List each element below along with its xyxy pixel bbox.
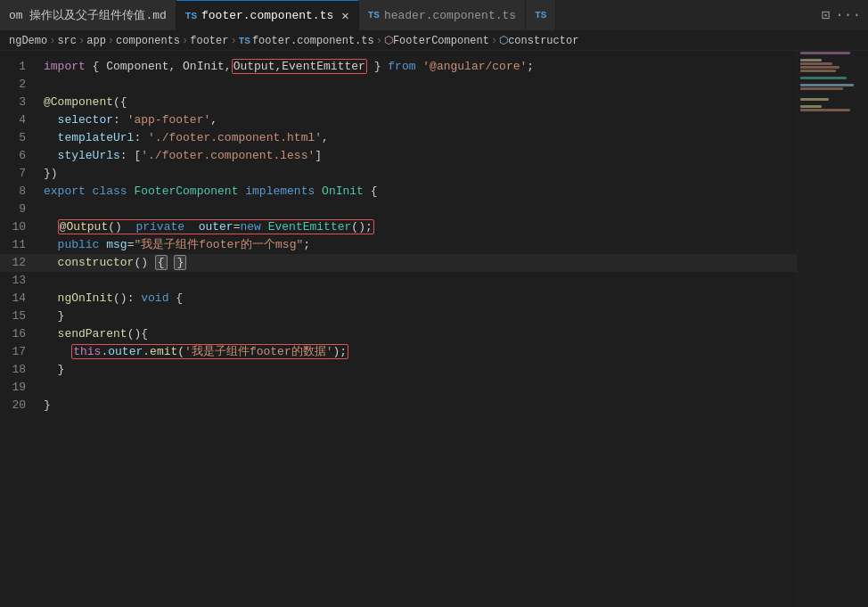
minimap-line-14 <box>800 98 829 101</box>
minimap-line-13 <box>800 94 807 97</box>
line-number-10: 10 <box>0 218 40 236</box>
breadcrumb-constructor-icon: ⬡ <box>499 34 508 47</box>
code-area[interactable]: 1 import { Component, OnInit,Output,Even… <box>0 51 797 607</box>
line-number-15: 15 <box>0 308 40 325</box>
breadcrumb-ts-icon: TS <box>239 36 250 46</box>
line-number-19: 19 <box>0 379 40 397</box>
tab-footer[interactable]: TS footer.component.ts ✕ <box>176 0 359 31</box>
line-number-8: 8 <box>0 183 40 201</box>
code-line-3: 3 @Component({ <box>0 94 797 111</box>
line-number-16: 16 <box>0 325 40 343</box>
line-content-14: ngOnInit(): void { <box>40 290 743 308</box>
breadcrumb-sep-2: › <box>78 35 85 47</box>
line-content-15: } <box>40 308 743 325</box>
minimap-line-6 <box>800 70 836 72</box>
code-line-7: 7 }) <box>0 165 797 183</box>
line-content-20: } <box>40 397 743 414</box>
app-container: om 操作以及父子组件传值.md TS footer.component.ts … <box>0 0 868 607</box>
code-line-10: 10 @Output() private outer=new EventEmit… <box>0 218 797 236</box>
ts-icon-extra: TS <box>535 10 546 21</box>
line-number-14: 14 <box>0 290 40 308</box>
code-line-1: 1 import { Component, OnInit,Output,Even… <box>0 58 797 76</box>
code-line-8: 8 export class FooterComponent implement… <box>0 183 797 201</box>
tab-md-label: om 操作以及父子组件传值.md <box>9 7 167 23</box>
tab-ts[interactable]: TS <box>526 0 556 31</box>
line-content-16: sendParent(){ <box>40 325 743 343</box>
code-line-11: 11 public msg="我是子组件footer的一个msg"; <box>0 236 797 254</box>
minimap-line-8 <box>800 77 847 79</box>
line-content-1: import { Component, OnInit,Output,EventE… <box>40 58 743 76</box>
breadcrumb-class-icon: ⬡ <box>384 34 393 47</box>
split-editor-icon[interactable]: ⊡ <box>822 6 831 24</box>
minimap-line-4 <box>800 62 832 65</box>
line-content-5: templateUrl: './footer.component.html', <box>40 129 743 147</box>
line-number-20: 20 <box>0 397 40 414</box>
more-icon[interactable]: ··· <box>835 7 861 23</box>
code-line-13: 13 <box>0 272 797 290</box>
breadcrumb-part-2: src <box>57 35 77 47</box>
line-number-12: 12 <box>0 254 40 272</box>
minimap-line-16 <box>800 105 822 108</box>
line-number-13: 13 <box>0 272 40 290</box>
breadcrumb-part-8: constructor <box>508 35 578 47</box>
line-content-11: public msg="我是子组件footer的一个msg"; <box>40 236 743 254</box>
code-line-14: 14 ngOnInit(): void { <box>0 290 797 308</box>
tab-header-label: header.component.ts <box>384 9 516 22</box>
breadcrumb-part-6: footer.component.ts <box>252 35 374 47</box>
minimap-line-7 <box>800 73 807 76</box>
code-line-9: 9 <box>0 201 797 218</box>
breadcrumb-sep-7: › <box>491 35 497 47</box>
tab-footer-label: footer.component.ts <box>201 9 333 22</box>
line-content-3: @Component({ <box>40 94 743 111</box>
minimap-line-18 <box>800 112 807 115</box>
tab-md[interactable]: om 操作以及父子组件传值.md <box>0 0 176 31</box>
line-number-2: 2 <box>0 76 40 94</box>
breadcrumb-part-1: ngDemo <box>9 35 47 47</box>
code-line-16: 16 sendParent(){ <box>0 325 797 343</box>
minimap-line-5 <box>800 66 839 69</box>
line-content-6: styleUrls: ['./footer.component.less'] <box>40 147 743 165</box>
minimap-content <box>797 51 868 123</box>
code-line-6: 6 styleUrls: ['./footer.component.less'] <box>0 147 797 165</box>
close-icon-footer[interactable]: ✕ <box>341 8 348 23</box>
minimap-line-11 <box>800 87 843 90</box>
code-line-12: 12 constructor() { } <box>0 254 797 272</box>
line-number-18: 18 <box>0 361 40 379</box>
editor-container: 1 import { Component, OnInit,Output,Even… <box>0 51 868 607</box>
line-number-17: 17 <box>0 343 40 361</box>
breadcrumb-part-7: FooterComponent <box>393 35 489 47</box>
ts-icon-footer: TS <box>185 11 197 21</box>
breadcrumb-part-4: components <box>116 35 180 47</box>
code-line-2: 2 <box>0 76 797 94</box>
minimap-line-10 <box>800 84 854 86</box>
minimap <box>797 51 868 607</box>
line-number-7: 7 <box>0 165 40 183</box>
line-content-12: constructor() { } <box>40 254 743 272</box>
line-number-5: 5 <box>0 129 40 147</box>
breadcrumb-part-5: footer <box>190 35 228 47</box>
minimap-line-12 <box>800 91 825 94</box>
breadcrumb-sep-3: › <box>108 35 114 47</box>
tab-actions: ⊡ ··· <box>822 6 868 24</box>
minimap-line-3 <box>800 59 822 62</box>
breadcrumb-sep-6: › <box>376 35 382 47</box>
tab-bar: om 操作以及父子组件传值.md TS footer.component.ts … <box>0 0 868 31</box>
breadcrumb-sep-5: › <box>230 35 236 47</box>
line-number-9: 9 <box>0 201 40 218</box>
code-line-5: 5 templateUrl: './footer.component.html'… <box>0 129 797 147</box>
code-line-17: 17 this.outer.emit('我是子组件footer的数据'); <box>0 343 797 361</box>
tab-header[interactable]: TS header.component.ts <box>359 0 526 31</box>
code-line-20: 20 } <box>0 397 797 414</box>
line-content-10: @Output() private outer=new EventEmitter… <box>40 218 743 236</box>
line-content-7: }) <box>40 165 743 183</box>
minimap-line-19 <box>800 116 807 119</box>
line-number-1: 1 <box>0 58 40 76</box>
minimap-line-2 <box>800 55 807 58</box>
breadcrumb-sep-1: › <box>49 35 55 47</box>
breadcrumb: ngDemo › src › app › components › footer… <box>0 31 868 51</box>
line-number-3: 3 <box>0 94 40 111</box>
line-content-18: } <box>40 361 743 379</box>
line-number-4: 4 <box>0 111 40 129</box>
line-content-4: selector: 'app-footer', <box>40 111 743 129</box>
code-line-19: 19 <box>0 379 797 397</box>
